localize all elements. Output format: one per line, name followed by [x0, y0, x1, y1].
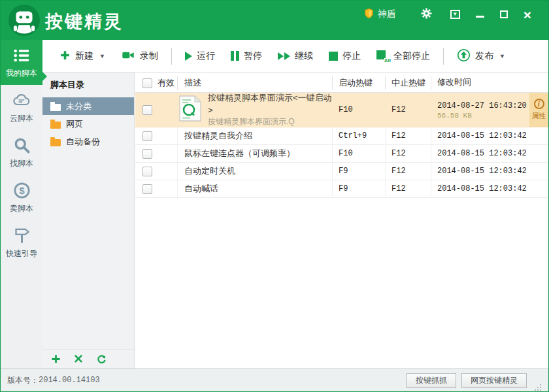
- minimize-button[interactable]: [468, 6, 492, 23]
- refresh-button[interactable]: [97, 354, 107, 364]
- folder-item-web[interactable]: 网页: [42, 115, 134, 133]
- row-checkbox[interactable]: [142, 167, 152, 176]
- active-item-arrow: [42, 71, 47, 82]
- row-checkbox[interactable]: [142, 131, 152, 141]
- sidebar-item-label: 云脚本: [1, 113, 42, 124]
- delete-folder-button[interactable]: [74, 354, 84, 364]
- info-icon: i: [534, 99, 544, 109]
- toolbar-separator: [443, 48, 444, 65]
- sidebar-item-sell-scripts[interactable]: $ 卖脚本: [1, 175, 42, 220]
- column-header-valid[interactable]: 有效: [158, 77, 175, 89]
- pause-button[interactable]: 暂停: [224, 46, 269, 67]
- new-script-button[interactable]: 新建 ▼: [53, 45, 112, 67]
- stop-button[interactable]: 停止: [322, 46, 367, 67]
- sidebar-item-find-scripts[interactable]: 找脚本: [1, 130, 42, 175]
- script-title: 自动喊话: [184, 183, 218, 195]
- select-all-checkbox[interactable]: [142, 78, 152, 88]
- add-folder-button[interactable]: [51, 354, 61, 364]
- start-hotkey: F9: [339, 167, 348, 176]
- properties-tab[interactable]: i 属性: [529, 93, 548, 127]
- row-checkbox[interactable]: [142, 184, 152, 194]
- properties-label: 属性: [532, 111, 546, 121]
- fast-forward-icon: [278, 52, 290, 60]
- app-logo-icon: [8, 4, 41, 37]
- sidebar-item-label: 卖脚本: [1, 203, 42, 214]
- sidebar-item-label: 找脚本: [1, 158, 42, 169]
- pause-icon: [231, 51, 239, 61]
- abort-hotkey: F12: [391, 105, 406, 114]
- settings-button[interactable]: [413, 6, 442, 23]
- sidebar-item-my-scripts[interactable]: 我的脚本: [1, 40, 42, 85]
- row-checkbox[interactable]: [142, 105, 152, 115]
- toolbar: 新建 ▼ 录制 运行 暂停 继续: [42, 40, 548, 73]
- folder-panel-footer: [42, 349, 134, 368]
- column-header-description[interactable]: 描述: [184, 77, 201, 89]
- start-hotkey: F9: [339, 184, 348, 193]
- table-row[interactable]: 按键精灵自我介绍 Ctrl+9 F12 2014-08-15 12:03:42: [135, 127, 548, 145]
- search-icon: [1, 137, 42, 156]
- modified-time: 2014-08-15 12:03:42: [437, 183, 527, 195]
- folder-label: 未分类: [66, 101, 92, 112]
- start-hotkey: F10: [339, 105, 353, 114]
- maximize-button[interactable]: [492, 6, 516, 23]
- folder-item-autobackup[interactable]: 自动备份: [42, 133, 134, 150]
- script-file-icon: [179, 95, 201, 124]
- version-label: 版本号：: [7, 375, 39, 386]
- publish-label: 发布: [475, 50, 493, 62]
- plus-icon: [59, 50, 71, 63]
- maximize-icon: [500, 10, 508, 18]
- shield-button[interactable]: 神盾: [356, 6, 413, 23]
- abort-hotkey: F12: [391, 131, 406, 140]
- start-hotkey: F10: [339, 149, 353, 158]
- modified-time: 2014-08-15 12:03:42: [437, 148, 527, 159]
- continue-button[interactable]: 继续: [271, 46, 320, 67]
- modified-time: 2014-08-27 16:43:20: [437, 100, 527, 112]
- sidebar-item-quick-guide[interactable]: 快速引导: [1, 220, 42, 265]
- table-row-selected[interactable]: 按键精灵脚本界面演示<一键启动> 按键精灵脚本界面演示.Q F10 F12 20…: [135, 93, 548, 127]
- key-grabber-button[interactable]: 按键抓抓: [407, 373, 456, 388]
- folder-icon: [50, 139, 61, 146]
- shield-label: 神盾: [378, 8, 396, 20]
- stop-all-icon: All: [376, 50, 389, 62]
- web-keywizard-button[interactable]: 网页按键精灵: [461, 373, 527, 388]
- record-label: 录制: [140, 50, 158, 62]
- column-header-abort-hotkey[interactable]: 中止热键: [391, 77, 425, 89]
- minimize-to-tray-button[interactable]: ▼: [442, 6, 468, 23]
- publish-button[interactable]: 发布 ▼: [450, 44, 512, 69]
- version-value: 2014.00.14103: [39, 376, 100, 385]
- record-button[interactable]: 录制: [114, 44, 165, 68]
- run-button[interactable]: 运行: [178, 46, 222, 67]
- table-row[interactable]: 自动喊话 F9 F12 2014-08-15 12:03:42: [135, 180, 548, 198]
- row-checkbox[interactable]: [142, 149, 152, 159]
- pause-label: 暂停: [244, 50, 262, 62]
- gear-icon: [421, 8, 432, 22]
- column-header-modified[interactable]: 修改时间: [437, 76, 471, 88]
- table-header-row: 有效 描述 启动热键 中止热键 修改时间: [135, 73, 548, 93]
- resize-grip[interactable]: [533, 383, 542, 391]
- folder-panel-title: 脚本目录: [42, 73, 134, 97]
- table-row[interactable]: 鼠标左键连点器（可调频率） F10 F12 2014-08-15 12:03:4…: [135, 145, 548, 163]
- app-title: 按键精灵: [45, 10, 124, 33]
- main-content: 脚本目录 未分类 网页 自动备份: [42, 73, 548, 368]
- sidebar-item-cloud-scripts[interactable]: 云脚本: [1, 85, 42, 130]
- column-header-start-hotkey[interactable]: 启动热键: [339, 77, 373, 89]
- folder-item-uncategorized[interactable]: 未分类: [42, 97, 134, 115]
- folder-label: 网页: [66, 118, 83, 130]
- stop-all-button[interactable]: All 全部停止: [370, 46, 437, 67]
- modified-time: 2014-08-15 12:03:42: [437, 165, 527, 177]
- titlebar: 按键精灵 神盾: [1, 1, 548, 40]
- table-row[interactable]: 自动定时关机 F9 F12 2014-08-15 12:03:42: [135, 163, 548, 180]
- publish-icon: [457, 48, 471, 64]
- run-label: 运行: [197, 50, 215, 62]
- script-title: 按键精灵脚本界面演示<一键启动>: [208, 92, 333, 117]
- folder-panel: 脚本目录 未分类 网页 自动备份: [42, 73, 135, 368]
- folder-label: 自动备份: [66, 136, 100, 148]
- close-button[interactable]: ×: [516, 6, 539, 23]
- script-title: 按键精灵自我介绍: [184, 130, 252, 142]
- cloud-icon: [1, 91, 42, 111]
- new-script-label: 新建: [75, 50, 93, 62]
- svg-text:$: $: [19, 186, 24, 196]
- chevron-down-icon: ▼: [99, 53, 105, 59]
- statusbar: 版本号： 2014.00.14103 按键抓抓 网页按键精灵: [1, 368, 548, 391]
- script-table: 有效 描述 启动热键 中止热键 修改时间: [135, 73, 548, 368]
